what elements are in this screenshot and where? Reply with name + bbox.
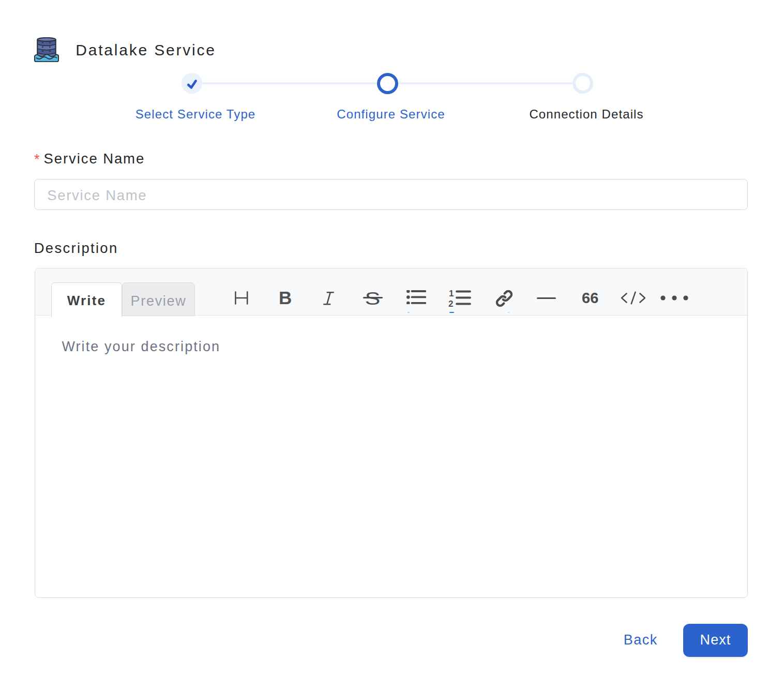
svg-text:1: 1 xyxy=(449,290,454,298)
svg-text:2: 2 xyxy=(448,299,453,307)
